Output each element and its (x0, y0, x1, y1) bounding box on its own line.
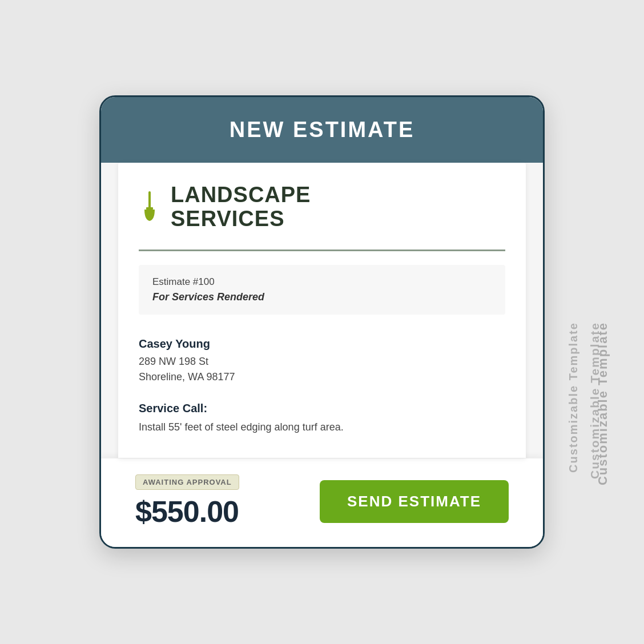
estimate-number: Estimate #100 (152, 276, 492, 288)
client-address: 289 NW 198 St Shoreline, WA 98177 (139, 354, 505, 385)
company-name: LANDSCAPE SERVICES (171, 183, 311, 231)
client-info: Casey Young 289 NW 198 St Shoreline, WA … (139, 326, 505, 391)
card-header: NEW ESTIMATE (101, 97, 543, 163)
awaiting-approval-badge: AWAITING APPROVAL (135, 474, 239, 490)
card-device: NEW ESTIMATE LANDSCAPE (99, 95, 545, 549)
outer-wrapper: Customizable Template Customizable Templ… (59, 48, 585, 596)
estimate-subtitle: For Services Rendered (152, 291, 492, 303)
company-logo-area: LANDSCAPE SERVICES (139, 183, 505, 231)
card-body: LANDSCAPE SERVICES Estimate #100 For Ser… (101, 163, 543, 458)
service-section: Service Call: Install 55' feet of steel … (139, 391, 505, 441)
amount-section: AWAITING APPROVAL $550.00 (135, 474, 239, 529)
estimate-title: NEW ESTIMATE (124, 118, 520, 142)
amount-value: $550.00 (135, 494, 239, 529)
svg-rect-1 (146, 207, 153, 210)
svg-rect-0 (148, 191, 151, 208)
customizable-template-label: Customizable Template (588, 322, 602, 479)
document-area: LANDSCAPE SERVICES Estimate #100 For Ser… (118, 163, 526, 458)
service-call-label: Service Call: (139, 402, 505, 415)
customizable-template-side-label: Customizable Template (567, 322, 580, 473)
send-estimate-button[interactable]: SEND ESTIMATE (320, 480, 509, 523)
service-description: Install 55' feet of steel edging along t… (139, 420, 505, 435)
divider (139, 249, 505, 251)
bottom-bar: AWAITING APPROVAL $550.00 SEND ESTIMATE (101, 458, 543, 547)
shovel-icon (139, 191, 160, 223)
client-name: Casey Young (139, 337, 505, 351)
estimate-info: Estimate #100 For Services Rendered (139, 265, 505, 315)
